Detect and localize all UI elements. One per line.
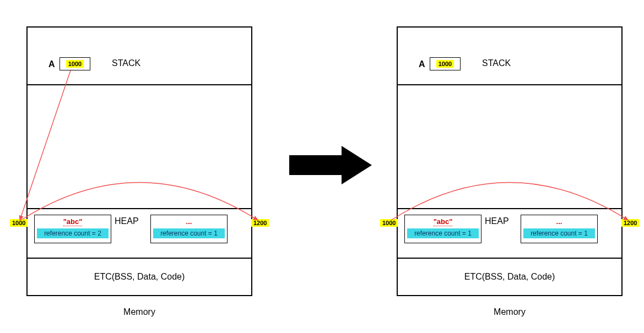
heap-object: "abc" reference count = 1 <box>404 215 481 243</box>
heap-addr-right: 1200 <box>251 219 269 227</box>
heap-object: ... reference count = 1 <box>521 215 598 243</box>
heap-section-label: HEAP <box>115 216 139 226</box>
svg-marker-1 <box>289 146 372 184</box>
heap-addr-right: 1200 <box>621 219 639 227</box>
stack-var-value: 1000 <box>436 60 454 68</box>
heap-addr-left: 1000 <box>380 219 398 227</box>
memory-divider <box>26 258 252 259</box>
stack-var-value: 1000 <box>66 60 84 68</box>
etc-section-label: ETC(BSS, Data, Code) <box>397 272 623 282</box>
memory-divider <box>397 84 623 85</box>
etc-section-label: ETC(BSS, Data, Code) <box>26 272 252 282</box>
heap-object: "abc" reference count = 2 <box>34 215 111 243</box>
memory-diagram-after: A 1000 STACK 1000 1200 "abc" reference c… <box>397 26 623 307</box>
heap-object-value: ... <box>521 215 597 228</box>
memory-divider <box>397 208 623 209</box>
stack-var-label: A <box>419 59 425 69</box>
heap-refcount: reference count = 2 <box>37 228 109 238</box>
heap-refcount: reference count = 1 <box>407 228 479 238</box>
transition-arrow-icon <box>289 143 372 189</box>
heap-object-value: "abc" <box>35 215 111 228</box>
memory-divider <box>26 208 252 209</box>
memory-caption: Memory <box>397 307 623 317</box>
memory-diagram-before: A 1000 STACK 1000 1200 "abc" reference c… <box>26 26 252 307</box>
stack-var-box: 1000 <box>430 57 461 70</box>
memory-divider <box>397 258 623 259</box>
stack-section-label: STACK <box>112 58 140 68</box>
heap-addr-left: 1000 <box>10 219 28 227</box>
memory-divider <box>26 84 252 85</box>
heap-refcount: reference count = 1 <box>153 228 225 238</box>
stack-var-label: A <box>48 59 55 69</box>
heap-object: ... reference count = 1 <box>150 215 228 243</box>
stack-section-label: STACK <box>482 58 511 68</box>
stack-var-box: 1000 <box>59 57 90 70</box>
heap-object-value: "abc" <box>405 215 481 228</box>
heap-refcount: reference count = 1 <box>523 228 595 238</box>
heap-section-label: HEAP <box>485 216 509 226</box>
heap-object-value: ... <box>151 215 227 228</box>
memory-caption: Memory <box>26 307 252 317</box>
